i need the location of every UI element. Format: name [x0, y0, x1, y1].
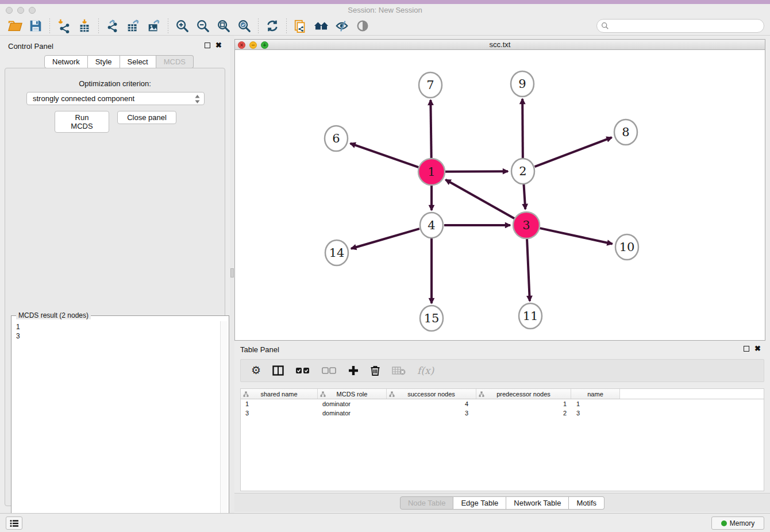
run-mcds-button[interactable]: Run MCDS — [55, 111, 109, 133]
export-network-button[interactable] — [102, 17, 123, 34]
home-button[interactable] — [311, 17, 332, 34]
search-icon — [601, 22, 609, 30]
column-header-name[interactable]: name — [571, 389, 620, 399]
search-input[interactable] — [609, 21, 764, 31]
memory-button[interactable]: Memory — [711, 516, 764, 530]
column-header-successor-nodes[interactable]: successor nodes — [387, 389, 476, 399]
graph-node-label: 7 — [426, 78, 434, 92]
window-controls[interactable] — [6, 7, 36, 14]
window-title: Session: New Session — [0, 4, 770, 17]
network-window-titlebar[interactable]: × – + scc.txt — [235, 40, 765, 50]
tab-style[interactable]: Style — [88, 55, 120, 68]
save-session-button[interactable] — [25, 17, 46, 34]
tab-network-table[interactable]: Network Table — [506, 496, 569, 510]
graph-node-label: 14 — [329, 246, 345, 260]
zoom-in-button[interactable] — [172, 17, 192, 34]
zoom-fit-icon — [216, 18, 231, 33]
clone-network-icon — [293, 18, 308, 33]
optimization-criterion-dropdown[interactable]: strongly connected component — [26, 92, 205, 105]
show-panel-button[interactable] — [352, 17, 373, 34]
zoom-fit-button[interactable] — [213, 17, 234, 34]
maximize-window-button[interactable] — [29, 7, 36, 14]
close-panel-icon[interactable]: ✖ — [215, 43, 222, 48]
export-image-button[interactable] — [144, 17, 164, 34]
graph-edge-1-7[interactable] — [430, 100, 431, 158]
column-header-mcds-role[interactable]: MCDS role — [318, 389, 387, 399]
mcds-result-title: MCDS result (2 nodes) — [16, 311, 91, 319]
close-panel-icon[interactable]: ✖ — [754, 346, 761, 352]
clone-network-button[interactable] — [290, 17, 311, 34]
tab-edge-table[interactable]: Edge Table — [453, 496, 506, 510]
graph-edge-3-11[interactable] — [527, 239, 530, 301]
hide-panel-button[interactable] — [332, 17, 352, 34]
export-image-icon — [147, 18, 161, 33]
network-maximize-icon[interactable]: + — [261, 41, 268, 49]
graph-edge-2-3[interactable] — [523, 184, 525, 209]
panel-divider[interactable] — [230, 36, 234, 513]
graph-edge-3-10[interactable] — [540, 228, 612, 244]
network-minimize-icon[interactable]: – — [249, 41, 257, 49]
table-row[interactable]: 1dominator411 — [241, 399, 764, 408]
tab-mcds[interactable]: MCDS — [156, 55, 194, 68]
export-table-button[interactable] — [123, 17, 144, 34]
save-session-icon — [28, 18, 43, 33]
memory-label: Memory — [730, 519, 754, 527]
control-panel: Control Panel ✖ NetworkStyleSelectMCDS O… — [0, 36, 230, 513]
graph-edge-1-2[interactable] — [445, 171, 508, 172]
graph-node-label: 2 — [519, 164, 526, 178]
column-type-icon — [479, 391, 484, 397]
float-panel-icon[interactable] — [205, 43, 210, 48]
deselect-all-icon[interactable] — [322, 367, 337, 374]
column-header-label: shared name — [260, 391, 297, 398]
delete-table-icon[interactable] — [392, 366, 406, 375]
function-builder-icon[interactable]: f(x) — [417, 365, 434, 376]
columns-icon[interactable] — [272, 365, 284, 376]
column-type-icon — [389, 391, 395, 397]
mcds-result-list[interactable]: 13 — [13, 321, 220, 532]
result-scrollbar[interactable] — [220, 321, 228, 532]
divider-grip[interactable] — [230, 268, 234, 277]
result-item: 1 — [16, 322, 217, 331]
graph-node-label: 3 — [522, 218, 530, 232]
graph-node-label: 15 — [424, 311, 440, 325]
zoom-out-button[interactable] — [192, 17, 213, 34]
network-close-icon[interactable]: × — [238, 41, 245, 49]
close-window-button[interactable] — [6, 7, 13, 14]
column-header-predecessor-nodes[interactable]: predecessor nodes — [476, 389, 571, 399]
table-cell: 1 — [571, 399, 620, 408]
graph-edge-2-9[interactable] — [522, 99, 523, 159]
float-panel-icon[interactable] — [744, 346, 749, 352]
graph-edge-2-8[interactable] — [535, 137, 612, 167]
delete-icon[interactable] — [370, 365, 380, 376]
select-all-icon[interactable] — [295, 367, 310, 374]
graph-edge-3-1[interactable] — [445, 180, 514, 218]
search-box[interactable] — [596, 19, 764, 33]
table-panel-title: Table Panel — [240, 345, 279, 354]
apply-layout-button[interactable] — [262, 17, 283, 34]
network-canvas[interactable]: 7968124314101511 — [235, 51, 765, 340]
table-cell: dominator — [318, 408, 387, 418]
memory-status-icon — [721, 521, 727, 526]
graph-edge-4-14[interactable] — [351, 229, 419, 249]
tab-select[interactable]: Select — [120, 55, 156, 68]
zoom-selected-button[interactable] — [234, 17, 255, 34]
table-row[interactable]: 3dominator323 — [241, 408, 764, 418]
gear-icon[interactable]: ⚙ — [251, 365, 261, 376]
tab-motifs[interactable]: Motifs — [569, 496, 605, 510]
tab-node-table[interactable]: Node Table — [400, 496, 454, 510]
tab-network[interactable]: Network — [44, 55, 88, 68]
task-history-button[interactable] — [6, 516, 22, 530]
add-icon[interactable] — [348, 365, 359, 376]
export-table-icon — [126, 18, 141, 33]
mcds-panel: Optimization criterion: strongly connect… — [5, 68, 225, 506]
import-table-button[interactable] — [74, 17, 95, 34]
minimize-window-button[interactable] — [17, 7, 24, 14]
graph-edge-1-6[interactable] — [351, 144, 419, 168]
column-header-shared-name[interactable]: shared name — [241, 389, 318, 399]
control-panel-window-buttons: ✖ — [205, 43, 222, 48]
zoom-selected-icon — [237, 18, 252, 33]
open-session-button[interactable] — [5, 17, 25, 34]
close-panel-button[interactable]: Close panel — [117, 111, 176, 124]
optimization-criterion-label: Optimization criterion: — [5, 79, 225, 88]
import-network-button[interactable] — [53, 17, 74, 34]
